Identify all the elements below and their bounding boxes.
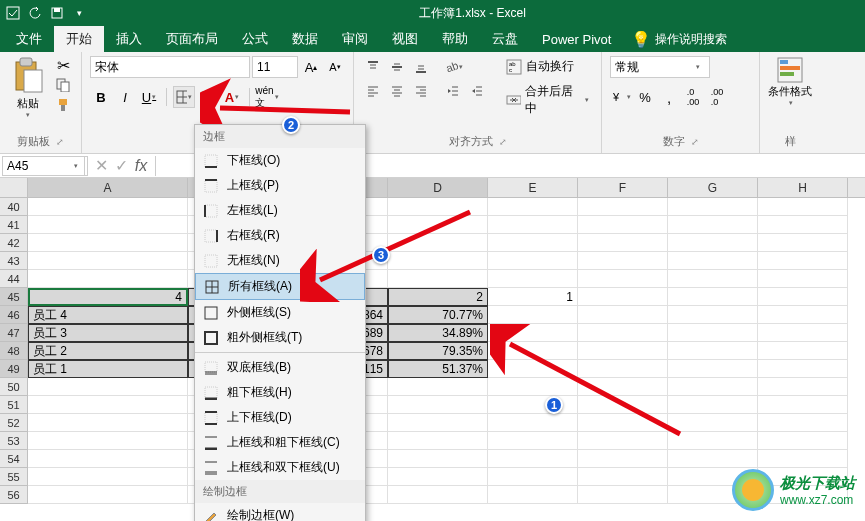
copy-icon [56,78,70,92]
row-header[interactable]: 40 [0,198,28,216]
menu-powerpivot[interactable]: Power Pivot [530,28,623,51]
ribbon-group-clipboard: 粘贴 ▾ ✂ 剪贴板⤢ [0,52,82,153]
increase-indent-button[interactable] [466,80,488,102]
col-header-e[interactable]: E [488,178,578,197]
svg-rect-64 [205,362,217,372]
menu-bar: 文件 开始 插入 页面布局 公式 数据 审阅 视图 帮助 云盘 Power Pi… [0,26,865,52]
svg-rect-50 [205,155,217,167]
accounting-format-button[interactable]: ¥▾ [610,86,632,108]
increase-font-button[interactable]: A▴ [300,56,322,78]
undo-icon[interactable] [28,6,42,20]
select-all-corner[interactable] [0,178,28,197]
menu-formulas[interactable]: 公式 [230,26,280,52]
border-bottom-item[interactable]: 下框线(O) [195,148,365,173]
border-double-bottom-item[interactable]: 双底框线(B) [195,355,365,380]
border-top-bottom-item[interactable]: 上下框线(D) [195,405,365,430]
expand-icon[interactable]: ⤢ [691,137,699,147]
window-title: 工作簿1.xlsx - Excel [86,5,859,22]
align-right-button[interactable] [410,80,432,102]
col-header-d[interactable]: D [388,178,488,197]
autosave-icon[interactable] [6,6,20,20]
border-top-thick-bottom-item[interactable]: 上框线和粗下框线(C) [195,430,365,455]
draw-border-item[interactable]: 绘制边框(W) [195,503,365,521]
comma-button[interactable]: , [658,86,680,108]
col-header-f[interactable]: F [578,178,668,197]
col-header-g[interactable]: G [668,178,758,197]
menu-cloud[interactable]: 云盘 [480,26,530,52]
font-name-select[interactable] [90,56,250,78]
border-thick-outside-item[interactable]: 粗外侧框线(T) [195,325,365,350]
decrease-indent-button[interactable] [442,80,464,102]
align-center-button[interactable] [386,80,408,102]
col-header-h[interactable]: H [758,178,848,197]
bold-button[interactable]: B [90,86,112,108]
ribbon-group-styles: 条件格式 ▾ 样 [760,52,820,153]
menu-data[interactable]: 数据 [280,26,330,52]
border-top-double-bottom-item[interactable]: 上框线和双下框线(U) [195,455,365,480]
font-size-select[interactable] [252,56,298,78]
save-icon[interactable] [50,6,64,20]
merge-icon [506,92,521,108]
col-header-a[interactable]: A [28,178,188,197]
align-bottom-button[interactable] [410,56,432,78]
align-top-button[interactable] [362,56,384,78]
enter-icon[interactable]: ✓ [111,156,131,175]
sheet-area: A B C D E F G H 40 41 42 43 44 45421 46员… [0,178,865,504]
cell-a45[interactable]: 4 [28,288,188,306]
clipboard-label: 剪贴板 [17,134,50,149]
qat-dropdown-icon[interactable]: ▾ [72,6,86,20]
svg-rect-4 [20,58,32,66]
border-top-item[interactable]: 上框线(P) [195,173,365,198]
increase-decimal-button[interactable]: .0.00 [682,86,704,108]
tell-me-search[interactable]: 💡 操作说明搜索 [631,30,727,49]
svg-rect-12 [200,102,212,105]
menu-help[interactable]: 帮助 [430,26,480,52]
svg-text:ab: ab [444,60,458,74]
border-button[interactable]: ▾ [173,86,195,108]
border-right-item[interactable]: 右框线(R) [195,223,365,248]
expand-icon[interactable]: ⤢ [56,137,64,147]
underline-button[interactable]: U▾ [138,86,160,108]
svg-rect-0 [7,7,19,19]
alignment-label: 对齐方式 [449,134,493,149]
border-outside-item[interactable]: 外侧框线(S) [195,300,365,325]
merge-center-button[interactable]: 合并后居中▾ [502,81,593,119]
border-all-item[interactable]: 所有框线(A) [195,273,365,300]
expand-icon[interactable]: ⤢ [499,137,507,147]
font-color-button[interactable]: A▾ [221,86,243,108]
border-thick-bottom-item[interactable]: 粗下框线(H) [195,380,365,405]
format-painter-button[interactable] [53,96,73,114]
fill-color-button[interactable]: ▾ [197,86,219,108]
ribbon-group-number: ▾ ¥▾ % , .0.00 .00.0 数字⤢ [602,52,760,153]
cell[interactable] [28,198,188,216]
menu-review[interactable]: 审阅 [330,26,380,52]
percent-button[interactable]: % [634,86,656,108]
svg-rect-67 [205,387,217,399]
align-left-button[interactable] [362,80,384,102]
menu-view[interactable]: 视图 [380,26,430,52]
cut-button[interactable]: ✂ [53,56,73,74]
menu-insert[interactable]: 插入 [104,26,154,52]
wrap-text-button[interactable]: abc自动换行 [502,56,593,77]
conditional-format-button[interactable]: 条件格式 ▾ [768,56,812,107]
phonetic-button[interactable]: wén文▾ [256,86,278,108]
sheet-rows: 40 41 42 43 44 45421 46员工 4186470.77% 47… [0,198,865,504]
align-middle-button[interactable] [386,56,408,78]
border-none-item[interactable]: 无框线(N) [195,248,365,273]
decrease-decimal-button[interactable]: .00.0 [706,86,728,108]
svg-rect-58 [205,255,217,267]
border-left-item[interactable]: 左框线(L) [195,198,365,223]
italic-button[interactable]: I [114,86,136,108]
paste-button[interactable]: 粘贴 ▾ [8,56,47,119]
copy-button[interactable] [53,76,73,94]
decrease-font-button[interactable]: A▾ [324,56,346,78]
menu-layout[interactable]: 页面布局 [154,26,230,52]
watermark: 极光下载站 www.xz7.com [732,469,855,511]
menu-home[interactable]: 开始 [54,26,104,52]
number-format-select[interactable] [610,56,710,78]
tell-me-label: 操作说明搜索 [655,31,727,48]
orientation-button[interactable]: ab▾ [442,56,464,78]
cancel-icon[interactable]: ✕ [91,156,111,175]
menu-file[interactable]: 文件 [4,26,54,52]
fx-icon[interactable]: fx [131,157,151,175]
